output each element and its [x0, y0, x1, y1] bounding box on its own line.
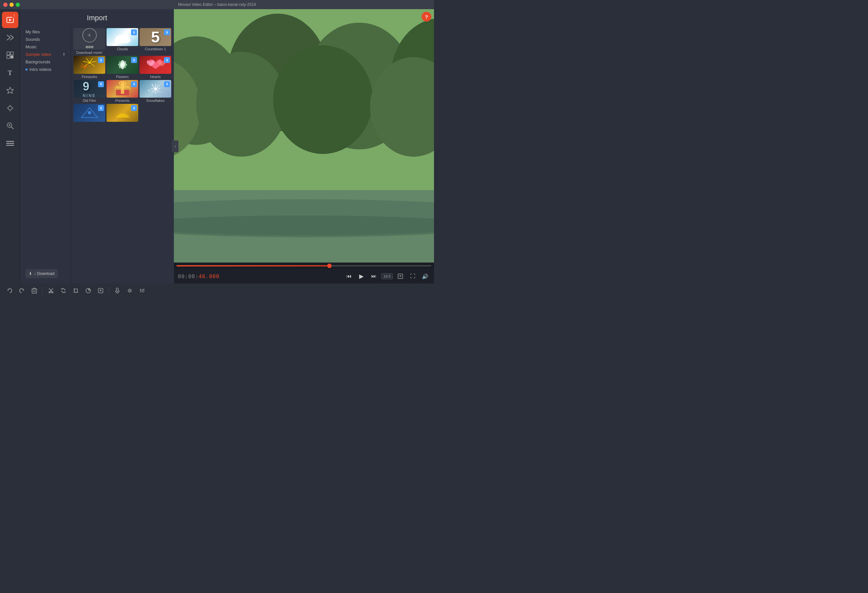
media-grid: + Download more! [74, 28, 171, 122]
media-item-clouds[interactable]: ⬇ Clouds [106, 28, 138, 54]
sidebar-item-filters[interactable] [2, 47, 18, 63]
snowflakes-download-badge[interactable]: ⬇ [164, 81, 170, 87]
redo-button[interactable] [16, 285, 28, 296]
clouds-label: Clouds [117, 47, 128, 51]
hearts-thumb[interactable]: ⬇ [140, 56, 171, 74]
sidebar-item-menu[interactable] [2, 135, 18, 152]
tree-item-music[interactable]: Music [20, 43, 71, 51]
presents-label: Presents [115, 99, 129, 103]
fireworks-label: Fireworks [82, 75, 97, 79]
download-more-thumb[interactable]: + [74, 28, 105, 50]
settings-button[interactable] [124, 285, 135, 296]
tree-item-intro-videos[interactable]: Intro videos [20, 66, 71, 73]
blue-thumb[interactable]: ⬇ [74, 104, 105, 122]
equalizer-button[interactable] [137, 285, 148, 296]
media-item-presents[interactable]: ⬇ Presents [106, 80, 138, 103]
countdown-download-badge[interactable]: ⬇ [164, 29, 170, 35]
svg-rect-4 [7, 56, 10, 59]
close-button[interactable] [3, 3, 7, 7]
sidebar-item-effects[interactable] [2, 100, 18, 116]
tree-item-backgrounds[interactable]: Backgrounds [20, 58, 71, 66]
collapse-button[interactable]: ‹ [172, 140, 179, 152]
countdown-thumb[interactable]: 5 ⬇ [140, 28, 171, 46]
rotate-button[interactable] [58, 285, 69, 296]
media-item-snowflakes[interactable]: ⬇ Snowflakes [140, 80, 171, 103]
progress-thumb[interactable] [327, 263, 332, 268]
import-title: Import [20, 9, 174, 25]
svg-rect-96 [117, 288, 118, 291]
export-button[interactable] [95, 285, 106, 296]
tree-item-sample-video[interactable]: Sample video ⬇ [20, 51, 71, 58]
fullscreen-button[interactable]: ⛶ [408, 271, 418, 281]
svg-rect-90 [74, 289, 77, 292]
svg-line-29 [90, 61, 96, 62]
export-frame-button[interactable] [396, 271, 405, 281]
maximize-button[interactable] [16, 3, 20, 7]
cut-button[interactable] [46, 285, 56, 296]
oldfilm-number: 9 [83, 80, 96, 93]
sidebar-item-text[interactable]: T [2, 65, 18, 81]
clouds-thumb[interactable]: ⬇ [106, 28, 138, 46]
blue-download-badge[interactable]: ⬇ [98, 105, 104, 111]
sidebar-item-zoom[interactable] [2, 118, 18, 134]
svg-point-73 [174, 216, 434, 237]
flowers-label: Flowers [116, 75, 129, 79]
minimize-button[interactable] [9, 3, 14, 7]
help-button[interactable]: ? [422, 12, 431, 22]
crop-button[interactable] [70, 285, 81, 296]
media-item-blue[interactable]: ⬇ [74, 104, 105, 122]
svg-rect-103 [142, 291, 143, 291]
media-grid-container[interactable]: + Download more! [71, 25, 174, 284]
window-controls[interactable] [3, 3, 20, 7]
gold-download-badge[interactable]: ⬇ [131, 105, 137, 111]
fireworks-download-badge[interactable]: ⬇ [98, 57, 104, 63]
gold-thumb[interactable]: ⬇ [106, 104, 138, 122]
audio-record-button[interactable] [112, 285, 123, 296]
media-item-fireworks[interactable]: ⬇ Fireworks [74, 56, 105, 79]
presents-thumb[interactable]: ⬇ [106, 80, 138, 98]
next-button[interactable]: ⏭ [369, 271, 379, 281]
snowflakes-thumb[interactable]: ⬇ [140, 80, 171, 98]
countdown-number: 5 [151, 28, 160, 46]
progress-fill [176, 265, 329, 266]
media-item-download-more[interactable]: + Download more! [74, 28, 105, 54]
svg-rect-45 [116, 85, 129, 88]
titlebar: Movavi Video Editor – batuv-kanal-cely-2… [0, 0, 434, 9]
media-item-gold[interactable]: ⬇ [106, 104, 138, 122]
svg-rect-2 [7, 52, 10, 55]
play-button[interactable]: ▶ [357, 271, 366, 281]
svg-point-7 [8, 106, 12, 110]
media-item-oldfilm[interactable]: 9 NINE ⬇ Old Film [74, 80, 105, 103]
delete-button[interactable] [29, 285, 40, 296]
flowers-thumb[interactable]: ⬇ [106, 56, 138, 74]
prev-button[interactable]: ⏮ [344, 271, 354, 281]
media-item-flowers[interactable]: ⬇ Flowers [106, 56, 138, 79]
undo-button[interactable] [4, 285, 15, 296]
editing-toolbar [0, 284, 434, 296]
oldfilm-download-badge[interactable]: ⬇ [98, 81, 104, 87]
sidebar-item-transitions[interactable] [2, 29, 18, 46]
clouds-download-badge[interactable]: ⬇ [131, 29, 137, 35]
media-item-countdown[interactable]: 5 ⬇ Countdown 1 [140, 28, 171, 54]
sidebar-item-stickers[interactable] [2, 82, 18, 99]
hearts-download-badge[interactable]: ⬇ [164, 57, 170, 63]
import-content: My files Sounds Music Sample video ⬇ Bac… [20, 25, 174, 284]
sidebar-item-media[interactable]: ! [2, 12, 18, 28]
flowers-download-badge[interactable]: ⬇ [131, 57, 137, 63]
tree-item-my-files[interactable]: My files [20, 28, 71, 35]
volume-button[interactable]: 🔊 [420, 271, 430, 281]
oldfilm-thumb[interactable]: 9 NINE ⬇ [74, 80, 105, 98]
tree-item-sounds[interactable]: Sounds [20, 35, 71, 43]
download-button[interactable]: ⬇ ↓ Download [25, 269, 58, 278]
svg-point-56 [148, 90, 150, 91]
svg-point-19 [86, 46, 88, 49]
svg-point-32 [84, 68, 85, 69]
svg-point-55 [161, 91, 162, 93]
svg-rect-104 [143, 289, 145, 290]
presents-download-badge[interactable]: ⬇ [131, 81, 137, 87]
color-button[interactable] [83, 285, 94, 296]
svg-rect-3 [10, 52, 13, 55]
progress-track[interactable] [176, 265, 431, 266]
media-item-hearts[interactable]: ⬇ Hearts [140, 56, 171, 79]
fireworks-thumb[interactable]: ⬇ [74, 56, 105, 74]
